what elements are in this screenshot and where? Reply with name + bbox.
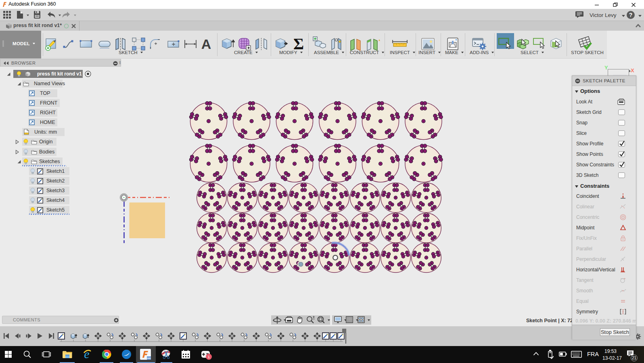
svg-text:Σ: Σ (293, 37, 304, 51)
svg-text:360: 360 (147, 357, 151, 360)
svg-text:A: A (201, 38, 211, 50)
svg-text:?: ? (629, 12, 633, 18)
